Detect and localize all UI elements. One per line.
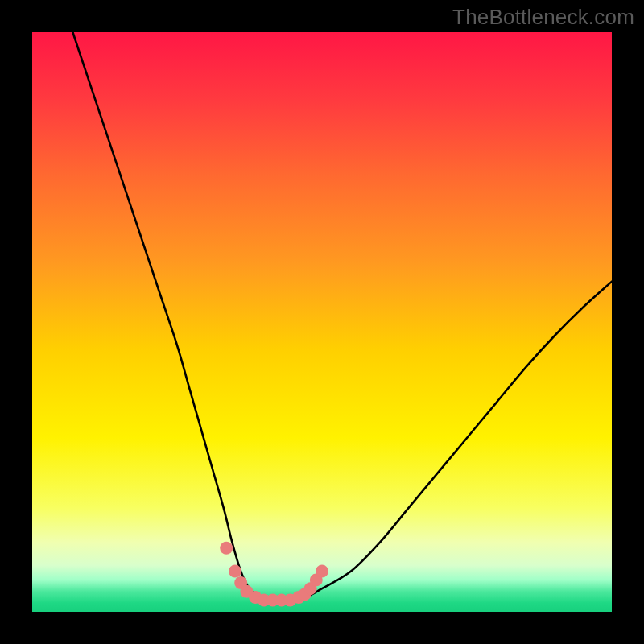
watermark-text: TheBottleneck.com [452, 5, 634, 30]
trough-dot [229, 565, 242, 578]
chart-frame: TheBottleneck.com [0, 0, 644, 644]
trough-dots [220, 542, 328, 607]
chart-overlay [32, 32, 612, 612]
curve-line [72, 32, 612, 601]
trough-dot [316, 565, 328, 578]
trough-dot [220, 542, 233, 555]
plot-area [32, 32, 612, 612]
